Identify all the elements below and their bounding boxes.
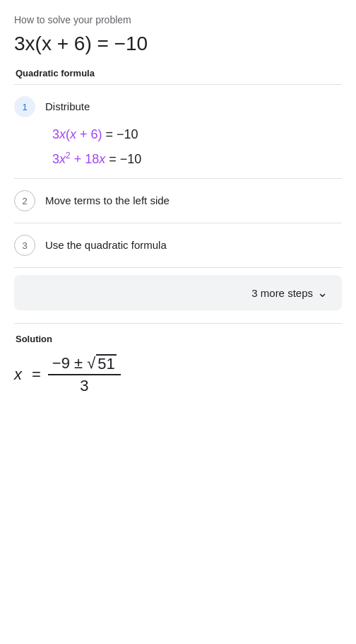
sqrt-symbol: √ (87, 354, 95, 373)
solution-denominator: 3 (80, 375, 88, 395)
step-1-eq-1: 3x(x + 6) = −10 (52, 127, 342, 142)
sqrt-radicand: 51 (96, 354, 116, 373)
step-3-row: 3 Use the quadratic formula (14, 223, 342, 267)
step-2-title: Move terms to the left side (45, 190, 342, 211)
solution-section: Solution x = −9 ± √ 51 3 (14, 334, 342, 395)
step-2-circle: 2 (14, 190, 35, 211)
more-steps-button[interactable]: 3 more steps ⌄ (14, 275, 342, 310)
how-to-title: How to solve your problem (14, 14, 342, 25)
step-1-content: Distribute 3x(x + 6) = −10 3x2 + 18x = −… (45, 96, 342, 167)
step-2-row: 2 Move terms to the left side (14, 179, 342, 223)
step-2-number: 2 (22, 196, 27, 206)
more-steps-label: 3 more steps (251, 287, 313, 299)
step-3-number: 3 (22, 240, 27, 251)
step-1-title: Distribute (45, 96, 342, 117)
step-1-equations: 3x(x + 6) = −10 3x2 + 18x = −10 (45, 127, 342, 167)
solution-variable: x (14, 365, 22, 384)
method-label: Quadratic formula (14, 68, 342, 78)
chevron-down-icon: ⌄ (317, 285, 328, 300)
solution-fraction: −9 ± √ 51 3 (48, 354, 121, 395)
step-3-content: Use the quadratic formula (45, 235, 342, 256)
step-3-title: Use the quadratic formula (45, 235, 342, 256)
solution-area: x = −9 ± √ 51 3 (14, 354, 342, 395)
step-1-row: 1 Distribute 3x(x + 6) = −10 3x2 + 18x =… (14, 85, 342, 178)
step-1-eq-2: 3x2 + 18x = −10 (52, 151, 342, 167)
step-2-content: Move terms to the left side (45, 190, 342, 211)
solution-numerator: −9 ± √ 51 (48, 354, 121, 375)
sqrt-expression: √ 51 (87, 354, 117, 373)
solution-equals: = (32, 365, 41, 384)
solution-label: Solution (14, 334, 342, 344)
divider-3 (14, 267, 342, 268)
step-3-circle: 3 (14, 235, 35, 256)
divider-solution (14, 323, 342, 324)
step-1-circle: 1 (14, 96, 35, 117)
step-1-number: 1 (22, 102, 27, 112)
main-equation: 3x(x + 6) = −10 (14, 33, 342, 55)
